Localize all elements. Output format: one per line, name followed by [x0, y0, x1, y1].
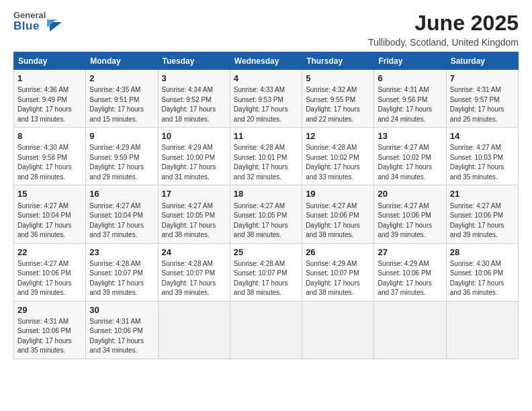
table-row: 18Sunrise: 4:27 AM Sunset: 10:05 PM Dayl…	[230, 185, 302, 243]
day-number: 5	[306, 73, 370, 85]
table-row: 1Sunrise: 4:36 AM Sunset: 9:49 PM Daylig…	[14, 70, 86, 128]
day-info: Sunrise: 4:33 AM Sunset: 9:53 PM Dayligh…	[234, 85, 298, 124]
table-row: 10Sunrise: 4:29 AM Sunset: 10:00 PM Dayl…	[158, 128, 230, 185]
col-friday: Friday	[374, 52, 446, 70]
day-info: Sunrise: 4:31 AM Sunset: 9:56 PM Dayligh…	[378, 85, 442, 124]
day-info: Sunrise: 4:29 AM Sunset: 10:06 PM Daylig…	[378, 259, 442, 298]
table-row: 26Sunrise: 4:29 AM Sunset: 10:07 PM Dayl…	[302, 243, 374, 301]
page: General Blue June 2025 Tullibody, Scotla…	[0, 0, 532, 411]
logo: General Blue	[13, 11, 62, 33]
day-number: 26	[306, 246, 370, 259]
col-tuesday: Tuesday	[158, 52, 230, 70]
day-info: Sunrise: 4:27 AM Sunset: 10:06 PM Daylig…	[378, 201, 442, 240]
table-row: 9Sunrise: 4:29 AM Sunset: 9:59 PM Daylig…	[86, 128, 158, 185]
day-number: 27	[378, 246, 442, 259]
calendar-week-2: 8Sunrise: 4:30 AM Sunset: 9:58 PM Daylig…	[14, 128, 519, 185]
logo-icon	[47, 13, 62, 32]
table-row: 8Sunrise: 4:30 AM Sunset: 9:58 PM Daylig…	[14, 128, 86, 185]
day-info: Sunrise: 4:29 AM Sunset: 10:00 PM Daylig…	[162, 143, 226, 182]
day-info: Sunrise: 4:27 AM Sunset: 10:05 PM Daylig…	[162, 201, 226, 240]
day-number: 23	[89, 246, 154, 259]
day-info: Sunrise: 4:29 AM Sunset: 10:07 PM Daylig…	[306, 259, 370, 298]
day-info: Sunrise: 4:27 AM Sunset: 10:04 PM Daylig…	[89, 201, 154, 240]
table-row	[374, 301, 446, 359]
table-row	[230, 301, 302, 359]
table-row	[446, 301, 518, 359]
day-number: 2	[89, 73, 154, 85]
calendar-week-3: 15Sunrise: 4:27 AM Sunset: 10:04 PM Dayl…	[14, 185, 519, 243]
day-info: Sunrise: 4:28 AM Sunset: 10:07 PM Daylig…	[162, 259, 226, 298]
table-row: 6Sunrise: 4:31 AM Sunset: 9:56 PM Daylig…	[374, 70, 446, 128]
day-number: 24	[162, 246, 226, 259]
table-row: 19Sunrise: 4:27 AM Sunset: 10:06 PM Dayl…	[302, 185, 374, 243]
day-info: Sunrise: 4:27 AM Sunset: 10:06 PM Daylig…	[306, 201, 370, 240]
day-info: Sunrise: 4:36 AM Sunset: 9:49 PM Dayligh…	[17, 85, 82, 124]
day-number: 25	[234, 246, 298, 259]
table-row: 11Sunrise: 4:28 AM Sunset: 10:01 PM Dayl…	[230, 128, 302, 185]
day-number: 28	[450, 246, 515, 259]
day-number: 8	[17, 130, 82, 142]
calendar-table: Sunday Monday Tuesday Wednesday Thursday…	[13, 52, 519, 359]
header: General Blue June 2025 Tullibody, Scotla…	[13, 11, 519, 48]
table-row: 14Sunrise: 4:27 AM Sunset: 10:03 PM Dayl…	[446, 128, 518, 185]
day-info: Sunrise: 4:28 AM Sunset: 10:07 PM Daylig…	[234, 259, 298, 298]
table-row: 29Sunrise: 4:31 AM Sunset: 10:06 PM Dayl…	[14, 301, 86, 359]
day-number: 17	[162, 188, 226, 200]
col-saturday: Saturday	[446, 52, 518, 70]
day-number: 12	[306, 130, 370, 142]
day-info: Sunrise: 4:28 AM Sunset: 10:01 PM Daylig…	[234, 143, 298, 182]
table-row: 20Sunrise: 4:27 AM Sunset: 10:06 PM Dayl…	[374, 185, 446, 243]
table-row: 24Sunrise: 4:28 AM Sunset: 10:07 PM Dayl…	[158, 243, 230, 301]
day-number: 16	[89, 188, 154, 200]
logo-text: General Blue	[13, 11, 46, 33]
logo-general: General	[13, 11, 46, 20]
table-row: 12Sunrise: 4:28 AM Sunset: 10:02 PM Dayl…	[302, 128, 374, 185]
day-number: 1	[17, 73, 82, 85]
table-row: 7Sunrise: 4:31 AM Sunset: 9:57 PM Daylig…	[446, 70, 518, 128]
calendar-week-1: 1Sunrise: 4:36 AM Sunset: 9:49 PM Daylig…	[14, 70, 519, 128]
day-info: Sunrise: 4:27 AM Sunset: 10:04 PM Daylig…	[17, 201, 82, 240]
day-number: 13	[378, 130, 442, 142]
table-row: 27Sunrise: 4:29 AM Sunset: 10:06 PM Dayl…	[374, 243, 446, 301]
day-number: 14	[450, 130, 515, 142]
col-wednesday: Wednesday	[230, 52, 302, 70]
day-number: 30	[89, 304, 154, 316]
logo-blue: Blue	[13, 20, 46, 33]
day-number: 7	[450, 73, 515, 85]
calendar-subtitle: Tullibody, Scotland, United Kingdom	[368, 37, 519, 48]
day-number: 9	[89, 130, 154, 142]
day-info: Sunrise: 4:31 AM Sunset: 9:57 PM Dayligh…	[450, 85, 515, 124]
day-number: 6	[378, 73, 442, 85]
calendar-title: June 2025	[368, 11, 519, 36]
table-row: 23Sunrise: 4:28 AM Sunset: 10:07 PM Dayl…	[86, 243, 158, 301]
day-number: 19	[306, 188, 370, 200]
table-row: 15Sunrise: 4:27 AM Sunset: 10:04 PM Dayl…	[14, 185, 86, 243]
calendar-week-5: 29Sunrise: 4:31 AM Sunset: 10:06 PM Dayl…	[14, 301, 519, 359]
day-info: Sunrise: 4:27 AM Sunset: 10:02 PM Daylig…	[378, 143, 442, 182]
day-info: Sunrise: 4:32 AM Sunset: 9:55 PM Dayligh…	[306, 85, 370, 124]
table-row: 30Sunrise: 4:31 AM Sunset: 10:06 PM Dayl…	[86, 301, 158, 359]
day-number: 21	[450, 188, 515, 200]
day-info: Sunrise: 4:29 AM Sunset: 9:59 PM Dayligh…	[89, 143, 154, 182]
title-block: June 2025 Tullibody, Scotland, United Ki…	[368, 11, 519, 48]
col-thursday: Thursday	[302, 52, 374, 70]
header-row: Sunday Monday Tuesday Wednesday Thursday…	[14, 52, 519, 70]
day-number: 10	[162, 130, 226, 142]
day-info: Sunrise: 4:27 AM Sunset: 10:05 PM Daylig…	[234, 201, 298, 240]
day-info: Sunrise: 4:27 AM Sunset: 10:03 PM Daylig…	[450, 143, 515, 182]
table-row: 4Sunrise: 4:33 AM Sunset: 9:53 PM Daylig…	[230, 70, 302, 128]
table-row	[158, 301, 230, 359]
table-row: 17Sunrise: 4:27 AM Sunset: 10:05 PM Dayl…	[158, 185, 230, 243]
day-number: 20	[378, 188, 442, 200]
day-info: Sunrise: 4:31 AM Sunset: 10:06 PM Daylig…	[89, 317, 154, 356]
day-info: Sunrise: 4:28 AM Sunset: 10:07 PM Daylig…	[89, 259, 154, 298]
day-info: Sunrise: 4:31 AM Sunset: 10:06 PM Daylig…	[17, 317, 82, 356]
table-row: 13Sunrise: 4:27 AM Sunset: 10:02 PM Dayl…	[374, 128, 446, 185]
day-number: 22	[17, 246, 82, 259]
table-row: 3Sunrise: 4:34 AM Sunset: 9:52 PM Daylig…	[158, 70, 230, 128]
table-row: 22Sunrise: 4:27 AM Sunset: 10:06 PM Dayl…	[14, 243, 86, 301]
table-row: 28Sunrise: 4:30 AM Sunset: 10:06 PM Dayl…	[446, 243, 518, 301]
day-info: Sunrise: 4:34 AM Sunset: 9:52 PM Dayligh…	[162, 85, 226, 124]
table-row: 25Sunrise: 4:28 AM Sunset: 10:07 PM Dayl…	[230, 243, 302, 301]
day-number: 15	[17, 188, 82, 200]
